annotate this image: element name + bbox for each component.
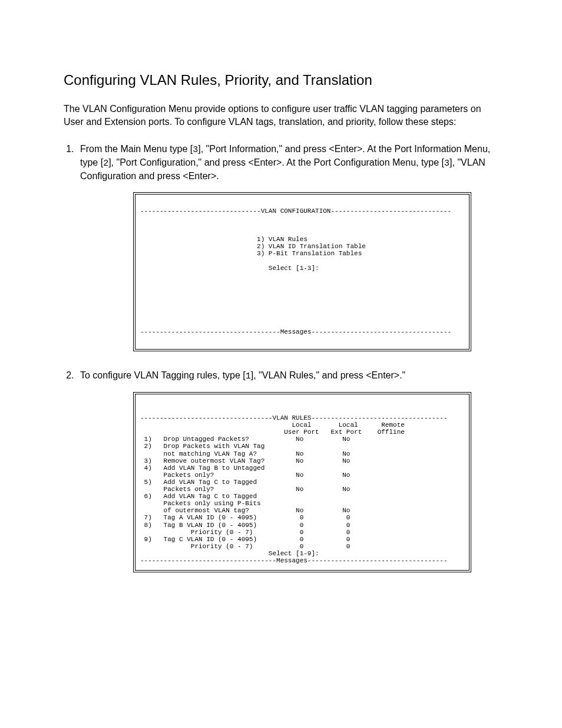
step-1-text-e: ], "Port Configuration," and press <Ente… — [108, 157, 444, 167]
steps-list: From the Main Menu type [3], "Port Infor… — [64, 143, 498, 573]
intro-paragraph: The VLAN Configuration Menu provide opti… — [64, 103, 498, 128]
step-2-text-c: ], "VLAN Rules," and press <Enter>." — [251, 370, 406, 380]
step-1-key-3: 3 — [444, 159, 449, 169]
step-1-key-2: 2 — [103, 159, 108, 169]
step-1-key-1: 3 — [193, 145, 198, 155]
step-2-text-a: To configure VLAN Tagging rules, type [ — [80, 370, 246, 380]
step-1: From the Main Menu type [3], "Port Infor… — [77, 143, 498, 351]
terminal-vlan-rules: ----------------------------------VLAN R… — [133, 392, 471, 572]
step-1-text-a: From the Main Menu type [ — [80, 144, 193, 154]
page-title: Configuring VLAN Rules, Priority, and Tr… — [64, 71, 498, 90]
step-2: To configure VLAN Tagging rules, type [1… — [77, 369, 498, 572]
step-2-key-1: 1 — [246, 371, 251, 381]
terminal-vlan-configuration: -------------------------------VLAN CONF… — [133, 192, 471, 351]
